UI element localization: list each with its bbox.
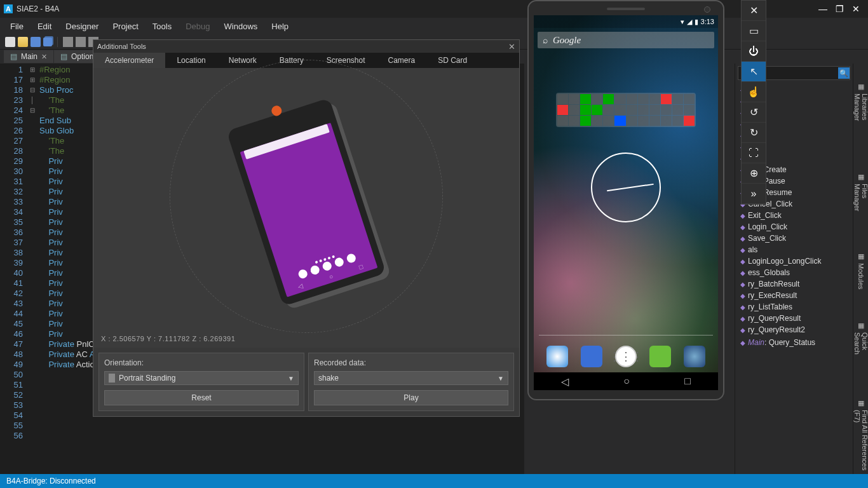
phone-portrait-icon <box>109 374 115 383</box>
emulator-speaker <box>607 8 645 10</box>
emulator-nav-bar: ◁ ○ □ <box>534 372 718 390</box>
emu-cursor-icon[interactable]: ↖ <box>742 62 766 82</box>
dialog-title: Additional Tools <box>97 43 146 50</box>
sidetab-find[interactable]: ▦Find All References (F7) <box>853 399 869 474</box>
member-item[interactable]: ◆Login_Click <box>735 221 853 233</box>
accelerometer-coords: X : 2.506579 Y : 7.111782 Z : 6.269391 <box>101 335 235 342</box>
emulator-camera <box>704 6 710 13</box>
home-nav-icon[interactable]: ○ <box>623 376 630 387</box>
maximize-button[interactable]: ❐ <box>831 3 848 15</box>
browser-app-icon[interactable] <box>684 346 705 367</box>
recorded-label: Recorded data: <box>314 358 508 367</box>
side-tabs: ▦Libraries Manager▦Files Manager▦Modules… <box>853 64 868 474</box>
fold-column[interactable]: ⊞⊞⊟│⊟ <box>28 64 37 474</box>
status-text: B4A-Bridge: Disconnected <box>6 477 96 485</box>
recorded-panel: Recorded data: shake ▼ Play <box>308 353 514 411</box>
dialog-tab-sd-card[interactable]: SD Card <box>426 53 478 68</box>
contacts-app-icon[interactable] <box>581 346 602 367</box>
sidetab-files[interactable]: ▦Files Manager <box>853 173 869 220</box>
tab-close-icon[interactable]: ✕ <box>41 53 47 61</box>
menu-edit[interactable]: Edit <box>31 19 58 34</box>
new-icon[interactable] <box>5 37 15 47</box>
sidetab-libraries[interactable]: ▦Libraries Manager <box>853 83 869 141</box>
copy-icon[interactable] <box>76 37 86 47</box>
document-tab[interactable]: ▤ Main ✕ <box>4 50 53 63</box>
status-bar: B4A-Bridge: Disconnected <box>0 474 868 488</box>
chevron-down-icon: ▼ <box>498 375 504 382</box>
dialog-tab-camera[interactable]: Camera <box>376 53 426 68</box>
emulator-time: 3:13 <box>701 18 714 25</box>
save-icon[interactable] <box>31 37 41 47</box>
menu-project[interactable]: Project <box>106 19 144 34</box>
apps-icon[interactable]: ⋮⋮⋮ <box>615 346 637 367</box>
member-item[interactable]: ◆LoginLogo_LongClick <box>735 255 853 267</box>
dialog-bottom: Orientation: Portrait Standing ▼ Reset R… <box>93 348 519 416</box>
minimize-button[interactable]: — <box>815 3 831 15</box>
menu-help[interactable]: Help <box>265 19 295 34</box>
accelerometer-view[interactable]: ◁○□ X : 2.506579 Y : 7.111782 Z : 6.2693… <box>93 68 519 348</box>
dialog-tab-network[interactable]: Network <box>217 53 268 68</box>
member-item[interactable]: ◆ry_ExecResult <box>735 290 853 301</box>
recorded-select[interactable]: shake ▼ <box>314 371 508 385</box>
cut-icon[interactable] <box>63 37 73 47</box>
menu-debug[interactable]: Debug <box>179 19 216 34</box>
emu-zoom-icon[interactable]: ⊕ <box>742 163 766 184</box>
emulator-search[interactable]: ⌕ Google <box>538 32 714 48</box>
emu-close-icon[interactable]: ✕ <box>742 1 766 21</box>
app-logo: A <box>4 4 13 13</box>
separator <box>57 37 58 47</box>
member-item[interactable]: ◆als <box>735 244 853 255</box>
emulator-frame: ▾ ◢ ▮ 3:13 ⌕ Google ⋮⋮⋮ ◁ ○ □ <box>527 0 724 400</box>
emu-window-icon[interactable]: ▭ <box>742 21 766 41</box>
member-item[interactable]: ◆ry_ListTables <box>735 301 853 313</box>
dialog-title-bar[interactable]: Additional Tools ✕ <box>93 40 519 53</box>
emulator-divider <box>539 335 713 336</box>
play-button[interactable]: Play <box>314 390 508 405</box>
emu-fit-icon[interactable]: ⛶ <box>742 143 766 163</box>
close-button[interactable]: ✕ <box>848 3 864 15</box>
emu-rotate-ccw-icon[interactable]: ↺ <box>742 102 766 123</box>
recent-nav-icon[interactable]: □ <box>684 376 691 387</box>
save-all-icon[interactable] <box>43 37 52 46</box>
emulator-screen[interactable]: ▾ ◢ ▮ 3:13 ⌕ Google ⋮⋮⋮ <box>534 15 718 372</box>
menu-bar: FileEditDesignerProjectToolsDebugWindows… <box>0 18 868 34</box>
menu-designer[interactable]: Designer <box>59 19 105 34</box>
dialog-tab-accelerometer[interactable]: Accelerometer <box>93 53 165 68</box>
member-item[interactable]: ◆Save_Click <box>735 233 853 244</box>
additional-tools-dialog: Additional Tools ✕ AccelerometerLocation… <box>93 39 520 417</box>
back-nav-icon[interactable]: ◁ <box>561 376 569 388</box>
menu-tools[interactable]: Tools <box>146 19 178 34</box>
member-item[interactable]: ◆ry_BatchResult <box>735 278 853 290</box>
emulator-status-bar: ▾ ◢ ▮ 3:13 <box>534 15 718 28</box>
line-gutter: 1171823242526272829303132333435363738394… <box>0 64 28 474</box>
emulator-clock[interactable] <box>591 152 661 222</box>
member-item[interactable]: ◆ry_QueryResult2 <box>735 324 853 336</box>
emu-rotate-cw-icon[interactable]: ↻ <box>742 123 766 143</box>
orientation-select[interactable]: Portrait Standing ▼ <box>104 371 299 385</box>
phone-app-icon[interactable] <box>546 346 568 367</box>
emulator-widget[interactable] <box>556 93 696 127</box>
search-go-button[interactable]: 🔍 <box>838 67 850 79</box>
dialog-close-icon[interactable]: ✕ <box>508 42 515 51</box>
emu-power-icon[interactable]: ⏻ <box>742 41 766 62</box>
dialog-tab-location[interactable]: Location <box>165 53 217 68</box>
open-icon[interactable] <box>18 37 28 47</box>
messages-app-icon[interactable] <box>649 346 671 367</box>
member-item[interactable]: ◆ess_Globals <box>735 267 853 278</box>
reset-button[interactable]: Reset <box>104 390 299 405</box>
member-item[interactable]: ◆ry_QueryResult <box>735 313 853 324</box>
chevron-down-icon: ▼ <box>288 375 294 382</box>
member-item[interactable]: ◆Exit_Click <box>735 210 853 221</box>
sidetab-quick[interactable]: ▦Quick Search <box>853 322 869 367</box>
sidetab-modules[interactable]: ▦Modules <box>857 252 865 290</box>
member-footer[interactable]: ◆Main: Query_Status <box>735 337 853 348</box>
signal-icon: ◢ <box>687 18 692 26</box>
emulator-toolbar: ✕ ▭ ⏻ ↖ ☝ ↺ ↻ ⛶ ⊕ » <box>741 0 766 205</box>
battery-icon: ▮ <box>695 18 698 26</box>
emu-more-icon[interactable]: » <box>742 184 766 204</box>
menu-windows[interactable]: Windows <box>218 19 264 34</box>
wifi-icon: ▾ <box>681 18 684 26</box>
emu-touch-icon[interactable]: ☝ <box>742 82 766 102</box>
emulator-dock: ⋮⋮⋮ <box>534 346 718 367</box>
menu-file[interactable]: File <box>4 19 30 34</box>
